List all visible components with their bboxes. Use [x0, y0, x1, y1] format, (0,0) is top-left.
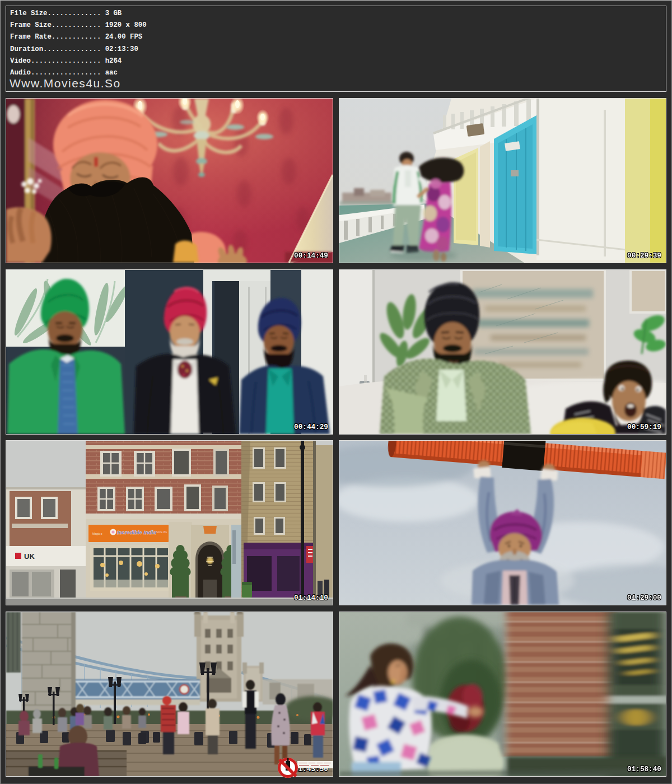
svg-text:UK: UK: [24, 552, 35, 561]
svg-text:Incredible India: Incredible India: [117, 529, 156, 535]
svg-text:Magic o: Magic o: [92, 532, 102, 535]
svg-text:Since We: Since We: [156, 531, 167, 534]
